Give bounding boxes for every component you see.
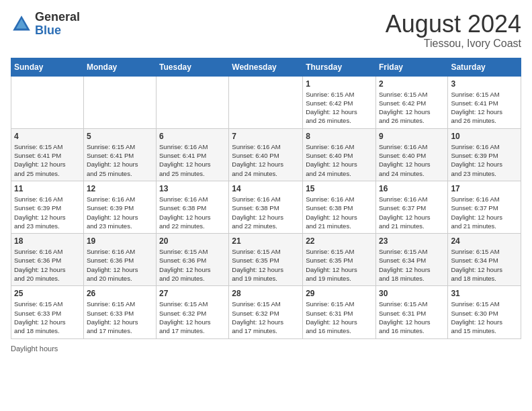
day-number: 21	[232, 236, 300, 246]
page-header: General Blue August 2024 Tiessou, Ivory …	[11, 11, 521, 50]
logo-icon	[11, 13, 32, 35]
calendar-week-row: 1Sunrise: 6:15 AM Sunset: 6:42 PM Daylig…	[11, 76, 521, 128]
title-block: August 2024 Tiessou, Ivory Coast	[386, 11, 521, 50]
day-info: Sunrise: 6:15 AM Sunset: 6:34 PM Dayligh…	[379, 247, 445, 283]
month-year-title: August 2024	[386, 11, 521, 38]
day-number: 13	[159, 184, 226, 193]
day-info: Sunrise: 6:15 AM Sunset: 6:31 PM Dayligh…	[306, 300, 373, 335]
calendar-table: SundayMondayTuesdayWednesdayThursdayFrid…	[11, 58, 521, 339]
calendar-cell: 30Sunrise: 6:15 AM Sunset: 6:31 PM Dayli…	[375, 286, 447, 338]
calendar-cell: 18Sunrise: 6:16 AM Sunset: 6:36 PM Dayli…	[11, 234, 84, 286]
col-header-friday: Friday	[375, 58, 447, 76]
day-info: Sunrise: 6:15 AM Sunset: 6:42 PM Dayligh…	[379, 90, 445, 126]
day-info: Sunrise: 6:16 AM Sunset: 6:38 PM Dayligh…	[159, 195, 226, 230]
day-number: 22	[306, 236, 373, 246]
col-header-tuesday: Tuesday	[157, 58, 229, 76]
day-number: 14	[232, 184, 300, 193]
day-info: Sunrise: 6:15 AM Sunset: 6:36 PM Dayligh…	[159, 247, 226, 283]
day-info: Sunrise: 6:15 AM Sunset: 6:42 PM Dayligh…	[306, 90, 373, 126]
day-number: 24	[451, 236, 518, 246]
day-number: 2	[379, 79, 445, 89]
day-info: Sunrise: 6:16 AM Sunset: 6:38 PM Dayligh…	[306, 195, 373, 230]
day-info: Sunrise: 6:15 AM Sunset: 6:30 PM Dayligh…	[451, 300, 518, 335]
calendar-cell: 6Sunrise: 6:16 AM Sunset: 6:41 PM Daylig…	[157, 128, 229, 181]
day-info: Sunrise: 6:15 AM Sunset: 6:41 PM Dayligh…	[451, 90, 518, 126]
calendar-cell: 27Sunrise: 6:15 AM Sunset: 6:32 PM Dayli…	[157, 286, 229, 338]
day-number: 3	[451, 79, 518, 89]
day-number: 8	[306, 132, 373, 141]
logo-blue-text: Blue	[35, 24, 61, 37]
calendar-cell: 13Sunrise: 6:16 AM Sunset: 6:38 PM Dayli…	[157, 181, 229, 233]
day-number: 9	[379, 132, 445, 141]
day-info: Sunrise: 6:15 AM Sunset: 6:31 PM Dayligh…	[379, 300, 445, 335]
calendar-cell: 19Sunrise: 6:16 AM Sunset: 6:36 PM Dayli…	[83, 234, 156, 286]
day-number: 4	[14, 132, 81, 141]
col-header-wednesday: Wednesday	[229, 58, 303, 76]
calendar-cell: 29Sunrise: 6:15 AM Sunset: 6:31 PM Dayli…	[303, 286, 376, 338]
day-number: 16	[379, 184, 445, 193]
calendar-cell: 11Sunrise: 6:16 AM Sunset: 6:39 PM Dayli…	[11, 181, 84, 233]
calendar-header-row: SundayMondayTuesdayWednesdayThursdayFrid…	[11, 58, 521, 76]
calendar-week-row: 18Sunrise: 6:16 AM Sunset: 6:36 PM Dayli…	[11, 234, 521, 286]
calendar-cell: 14Sunrise: 6:16 AM Sunset: 6:38 PM Dayli…	[229, 181, 303, 233]
calendar-cell: 1Sunrise: 6:15 AM Sunset: 6:42 PM Daylig…	[303, 76, 376, 128]
day-number: 25	[14, 289, 81, 298]
col-header-sunday: Sunday	[11, 58, 84, 76]
day-number: 19	[87, 236, 153, 246]
calendar-cell: 31Sunrise: 6:15 AM Sunset: 6:30 PM Dayli…	[448, 286, 521, 338]
calendar-cell: 17Sunrise: 6:16 AM Sunset: 6:37 PM Dayli…	[448, 181, 521, 233]
calendar-cell	[83, 76, 156, 128]
day-number: 12	[87, 184, 153, 193]
day-info: Sunrise: 6:16 AM Sunset: 6:36 PM Dayligh…	[14, 247, 81, 283]
day-info: Sunrise: 6:15 AM Sunset: 6:32 PM Dayligh…	[232, 300, 300, 335]
calendar-week-row: 4Sunrise: 6:15 AM Sunset: 6:41 PM Daylig…	[11, 128, 521, 181]
daylight-label: Daylight hours	[11, 345, 58, 353]
day-info: Sunrise: 6:15 AM Sunset: 6:32 PM Dayligh…	[159, 300, 226, 335]
day-number: 1	[306, 79, 373, 89]
day-number: 10	[451, 132, 518, 141]
calendar-cell: 24Sunrise: 6:15 AM Sunset: 6:34 PM Dayli…	[448, 234, 521, 286]
calendar-cell: 26Sunrise: 6:15 AM Sunset: 6:33 PM Dayli…	[83, 286, 156, 338]
calendar-cell	[11, 76, 84, 128]
logo: General Blue	[11, 11, 80, 38]
day-info: Sunrise: 6:16 AM Sunset: 6:39 PM Dayligh…	[14, 195, 81, 230]
calendar-cell: 7Sunrise: 6:16 AM Sunset: 6:40 PM Daylig…	[229, 128, 303, 181]
col-header-saturday: Saturday	[448, 58, 521, 76]
calendar-cell: 12Sunrise: 6:16 AM Sunset: 6:39 PM Dayli…	[83, 181, 156, 233]
day-info: Sunrise: 6:16 AM Sunset: 6:41 PM Dayligh…	[159, 142, 226, 178]
day-number: 11	[14, 184, 81, 193]
day-info: Sunrise: 6:16 AM Sunset: 6:37 PM Dayligh…	[379, 195, 445, 230]
day-number: 28	[232, 289, 300, 298]
day-number: 5	[87, 132, 153, 141]
day-info: Sunrise: 6:16 AM Sunset: 6:38 PM Dayligh…	[232, 195, 300, 230]
day-info: Sunrise: 6:16 AM Sunset: 6:37 PM Dayligh…	[451, 195, 518, 230]
calendar-cell: 10Sunrise: 6:16 AM Sunset: 6:39 PM Dayli…	[448, 128, 521, 181]
day-info: Sunrise: 6:16 AM Sunset: 6:39 PM Dayligh…	[451, 142, 518, 178]
day-number: 29	[306, 289, 373, 298]
day-info: Sunrise: 6:16 AM Sunset: 6:40 PM Dayligh…	[232, 142, 300, 178]
day-info: Sunrise: 6:16 AM Sunset: 6:40 PM Dayligh…	[379, 142, 445, 178]
day-info: Sunrise: 6:15 AM Sunset: 6:41 PM Dayligh…	[87, 142, 153, 178]
day-info: Sunrise: 6:15 AM Sunset: 6:33 PM Dayligh…	[14, 300, 81, 335]
day-info: Sunrise: 6:15 AM Sunset: 6:33 PM Dayligh…	[87, 300, 153, 335]
col-header-monday: Monday	[83, 58, 156, 76]
day-info: Sunrise: 6:15 AM Sunset: 6:41 PM Dayligh…	[14, 142, 81, 178]
day-number: 6	[159, 132, 226, 141]
day-info: Sunrise: 6:15 AM Sunset: 6:35 PM Dayligh…	[306, 247, 373, 283]
location-subtitle: Tiessou, Ivory Coast	[386, 38, 521, 50]
day-info: Sunrise: 6:15 AM Sunset: 6:34 PM Dayligh…	[451, 247, 518, 283]
calendar-cell: 4Sunrise: 6:15 AM Sunset: 6:41 PM Daylig…	[11, 128, 84, 181]
day-number: 27	[159, 289, 226, 298]
col-header-thursday: Thursday	[303, 58, 376, 76]
calendar-cell: 23Sunrise: 6:15 AM Sunset: 6:34 PM Dayli…	[375, 234, 447, 286]
day-number: 18	[14, 236, 81, 246]
day-number: 30	[379, 289, 445, 298]
day-number: 26	[87, 289, 153, 298]
calendar-cell: 9Sunrise: 6:16 AM Sunset: 6:40 PM Daylig…	[375, 128, 447, 181]
calendar-cell	[157, 76, 229, 128]
day-number: 17	[451, 184, 518, 193]
calendar-cell: 22Sunrise: 6:15 AM Sunset: 6:35 PM Dayli…	[303, 234, 376, 286]
calendar-cell: 25Sunrise: 6:15 AM Sunset: 6:33 PM Dayli…	[11, 286, 84, 338]
day-info: Sunrise: 6:16 AM Sunset: 6:36 PM Dayligh…	[87, 247, 153, 283]
day-info: Sunrise: 6:16 AM Sunset: 6:40 PM Dayligh…	[306, 142, 373, 178]
